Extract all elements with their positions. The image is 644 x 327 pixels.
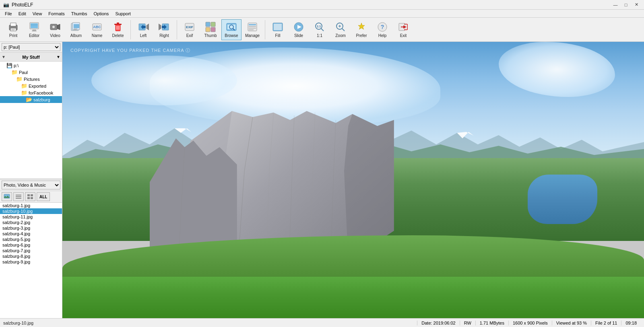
browse-button[interactable]: Browse [221,19,242,40]
minimize-button[interactable]: — [611,0,620,9]
editor-label: Editor [29,33,39,38]
file-item[interactable]: salzburg-4.jpg [0,231,62,237]
main-content: p: [Paul] ▼ My Stuff ▼ 💾 p:\ 📁 Paul 📁 Pi… [0,42,644,318]
menu-view[interactable]: View [29,10,45,17]
mystuff-dropdown[interactable]: ▼ [56,55,60,59]
manage-button[interactable]: Manage [242,19,262,40]
svg-rect-64 [16,195,21,195]
folder-icon: 📁 [21,83,27,89]
svg-rect-3 [11,29,15,29]
menu-support[interactable]: Support [112,10,134,17]
svg-rect-44 [249,29,254,30]
file-list[interactable]: salzburg-1.jpg salzburg-10.jpg salzburg-… [0,203,62,318]
zoom-label: Zoom [335,33,346,38]
right-button[interactable]: Right [154,19,174,40]
browse-icon [226,21,237,33]
folder-nav: p: [Paul] [0,42,62,53]
help-button[interactable]: ? Help [372,19,392,40]
right-icon [159,21,170,33]
svg-rect-1 [10,23,16,26]
file-item[interactable]: salzburg-3.jpg [0,225,62,231]
file-item-selected[interactable]: salzburg-10.jpg [0,208,62,214]
tree-item-salzburg[interactable]: 📂 salzburg [0,96,62,103]
file-item[interactable]: salzburg-2.jpg [0,220,62,225]
view-buttons: ALL [0,191,62,203]
tree-view[interactable]: 💾 p:\ 📁 Paul 📁 Pictures 📁 Exported 📁 for… [0,62,62,179]
editor-button[interactable]: Editor [24,19,44,40]
mystuff-collapse[interactable]: ▼ [2,55,6,59]
svg-rect-32 [206,22,210,27]
drive-select[interactable]: p: [Paul] [2,43,60,51]
album-button[interactable]: Album [66,19,86,40]
svg-rect-68 [31,194,33,196]
image-area: COPYRIGHT HAVE YOU PARKED THE CAMERA ⓘ [62,42,644,318]
prefer-label: Prefer [356,33,367,38]
menu-thumbs[interactable]: Thumbs [68,10,91,17]
name-label: Name [92,33,103,38]
drive-icon: 💾 [6,63,12,68]
category-dropdown[interactable]: Photo, Video & Music All Files Photos On… [2,181,60,189]
menu-formats[interactable]: Formats [45,10,68,17]
view-list-button[interactable] [13,192,24,201]
folder-icon: 📁 [11,69,18,75]
svg-marker-11 [57,24,60,30]
svg-rect-35 [211,27,215,32]
menu-options[interactable]: Options [90,10,112,17]
file-item[interactable]: salzburg-6.jpg [0,242,62,248]
menu-edit[interactable]: Edit [15,10,29,17]
svg-rect-22 [117,23,119,24]
tree-item-paul[interactable]: 📁 Paul [0,69,62,76]
zoom1-button[interactable]: 1:1 1:1 [310,19,330,40]
mystuff-label: My Stuff [7,55,55,60]
tree-item-exported[interactable]: 📁 Exported [0,82,62,89]
tree-item-label: Pictures [24,77,40,82]
file-item[interactable]: salzburg-11.jpg [0,214,62,220]
album-label: Album [70,33,82,38]
delete-button[interactable]: Delete [108,19,128,40]
app-title: PhotoELF [12,2,33,8]
left-button[interactable]: Left [133,19,153,40]
svg-rect-4 [11,30,14,30]
print-button[interactable]: Print [3,19,23,40]
slide-button[interactable]: Slide [289,19,309,40]
svg-rect-67 [27,194,30,196]
exit-button[interactable]: Exit [393,19,413,40]
file-item[interactable]: salzburg-8.jpg [0,253,62,259]
close-button[interactable]: ✕ [632,0,641,9]
svg-marker-27 [147,24,149,30]
video-icon [50,21,61,33]
tree-item-drive[interactable]: 💾 p:\ [0,62,62,69]
print-label: Print [9,33,18,38]
zoom1-icon: 1:1 [314,21,325,33]
view-all-button[interactable]: ALL [37,192,50,201]
video-button[interactable]: Video [45,19,65,40]
tree-item-forfacebook[interactable]: 📁 forFacebook [0,89,62,96]
help-label: Help [378,33,387,38]
svg-rect-66 [16,198,21,199]
fill-button[interactable]: Fill [268,19,288,40]
file-item[interactable]: salzburg-7.jpg [0,248,62,253]
file-item[interactable]: salzburg-1.jpg [0,203,62,208]
slide-icon [293,21,304,33]
svg-rect-33 [211,22,215,27]
menu-file[interactable]: File [2,10,15,17]
thumb-button[interactable]: Thumb [200,19,221,40]
toolbar-separator-1 [130,20,131,39]
maximize-button[interactable]: □ [621,0,630,9]
svg-marker-29 [159,24,161,30]
file-item[interactable]: salzburg-9.jpg [0,259,62,265]
file-item[interactable]: salzburg-5.jpg [0,237,62,242]
view-grid-button[interactable] [25,192,35,201]
svg-rect-42 [249,26,256,27]
menu-bar: File Edit View Formats Thumbs Options Su… [0,10,644,18]
name-button[interactable]: ABC Name [87,19,107,40]
left-label: Left [140,33,147,38]
prefer-button[interactable]: Prefer [351,19,372,40]
svg-point-12 [52,26,55,28]
toolbar-separator-2 [177,20,177,39]
svg-rect-43 [249,28,256,29]
zoom-button[interactable]: Zoom [330,19,351,40]
view-photos-button[interactable] [2,192,12,201]
tree-item-pictures[interactable]: 📁 Pictures [0,76,62,82]
exif-button[interactable]: EXIF Exif [180,19,200,40]
